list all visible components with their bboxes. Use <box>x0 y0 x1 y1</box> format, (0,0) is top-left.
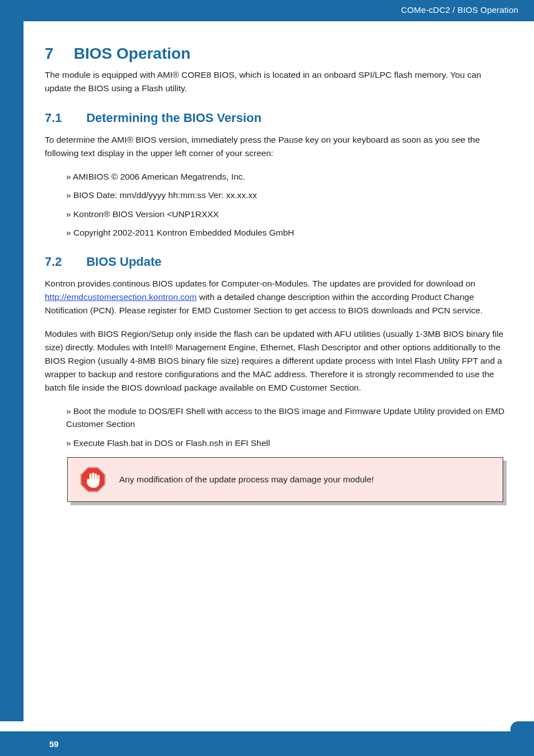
warning-body: Any modification of the update process m… <box>67 457 503 502</box>
page-number: 59 <box>49 739 59 749</box>
footer-corner-right <box>510 721 534 731</box>
warning-box: Any modification of the update process m… <box>67 457 503 502</box>
section-7-number: 7 <box>45 45 69 63</box>
list-item: Copyright 2002-2011 Kontron Embedded Mod… <box>66 226 509 239</box>
list-item: BIOS Date: mm/dd/yyyy hh:mm:ss Ver: xx.x… <box>66 189 509 201</box>
section-7-1-bullets: AMIBIOS © 2006 American Megatrends, Inc.… <box>66 170 509 239</box>
section-7-heading: 7 BIOS Operation <box>45 45 509 63</box>
list-item: Execute Flash.bat in DOS or Flash.nsh in… <box>66 436 509 449</box>
para1-pre: Kontron provides continous BIOS updates … <box>45 279 475 288</box>
footer-band <box>0 731 534 756</box>
section-7-1-title: Determining the BIOS Version <box>86 111 261 125</box>
section-7-title: BIOS Operation <box>74 45 190 62</box>
section-7-2-number: 7.2 <box>45 255 83 269</box>
page: COMe-cDC2 / BIOS Operation 7 BIOS Operat… <box>0 0 534 756</box>
stop-hand-icon <box>79 466 107 494</box>
section-7-1-number: 7.1 <box>45 111 83 125</box>
section-7-2-bullets: Boot the module to DOS/EFI Shell with ac… <box>66 405 509 449</box>
section-7-2-para1: Kontron provides continous BIOS updates … <box>45 277 509 317</box>
header-breadcrumb: COMe-cDC2 / BIOS Operation <box>401 5 518 15</box>
list-item: Boot the module to DOS/EFI Shell with ac… <box>66 405 509 431</box>
left-spine <box>0 21 24 721</box>
content-area: 7 BIOS Operation The module is equipped … <box>45 45 509 502</box>
list-item: Kontron® BIOS Version <UNP1RXXX <box>66 208 509 220</box>
list-item: AMIBIOS © 2006 American Megatrends, Inc. <box>66 170 509 183</box>
section-7-1-heading: 7.1 Determining the BIOS Version <box>45 111 509 125</box>
emd-customer-section-link[interactable]: http://emdcustomersection.kontron.com <box>45 292 196 302</box>
section-7-2-para2: Modules with BIOS Region/Setup only insi… <box>45 327 509 395</box>
section-7-intro: The module is equipped with AMI® CORE8 B… <box>45 68 509 95</box>
section-7-2-heading: 7.2 BIOS Update <box>45 255 509 269</box>
warning-text: Any modification of the update process m… <box>119 475 374 485</box>
section-7-1-intro: To determine the AMI® BIOS version, imme… <box>45 133 509 160</box>
section-7-2-title: BIOS Update <box>86 255 161 269</box>
